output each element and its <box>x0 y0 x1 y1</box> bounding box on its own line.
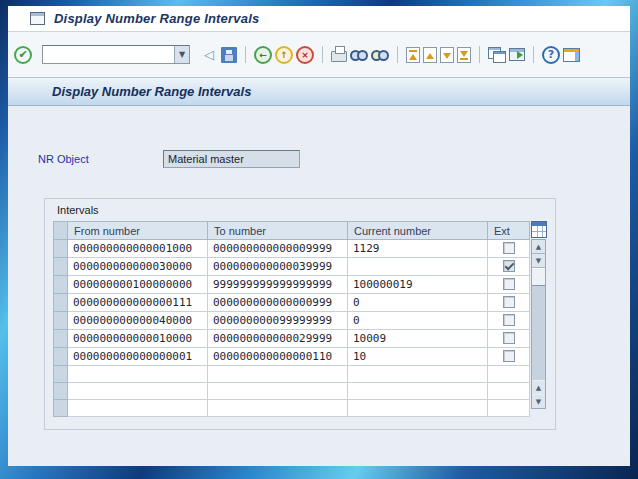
cell-to-number[interactable]: 000000000000039999 <box>208 258 348 276</box>
find-next-icon[interactable] <box>371 48 389 62</box>
ext-checkbox[interactable] <box>503 314 515 326</box>
ext-checkbox[interactable] <box>503 296 515 308</box>
interval-row: 0000000000000100000000000000000299991000… <box>54 330 530 348</box>
last-page-icon[interactable] <box>457 47 471 63</box>
print-icon[interactable] <box>331 51 347 62</box>
column-header-from-number[interactable]: From number <box>68 222 208 240</box>
cell-from-number[interactable]: 000000000100000000 <box>68 276 208 294</box>
scroll-track[interactable] <box>532 286 545 380</box>
cell-to-number[interactable]: 000000000000000110 <box>208 348 348 366</box>
scroll-down-icon[interactable]: ▼ <box>532 254 545 268</box>
new-session-icon[interactable] <box>488 47 506 63</box>
back-arrow-icon[interactable]: ← <box>254 46 272 64</box>
nr-object-value: Material master <box>168 153 244 165</box>
command-dropdown-icon[interactable]: ▼ <box>174 46 189 63</box>
customize-layout-icon[interactable] <box>563 48 580 62</box>
toolbar-separator <box>397 46 398 63</box>
cell-current-number[interactable] <box>348 383 488 400</box>
column-header-current-number[interactable]: Current number <box>348 222 488 240</box>
select-all-header[interactable] <box>54 222 68 240</box>
scroll-down-icon-bottom[interactable]: ▼ <box>532 394 545 408</box>
find-icon[interactable] <box>350 48 368 62</box>
nr-object-row: NR Object Material master <box>38 150 300 168</box>
row-selector[interactable] <box>54 348 68 366</box>
row-selector[interactable] <box>54 294 68 312</box>
cell-from-number[interactable] <box>68 383 208 400</box>
scroll-up-icon-bottom[interactable]: ▲ <box>532 380 545 394</box>
help-icon[interactable]: ? <box>542 46 560 64</box>
cell-current-number[interactable]: 10 <box>348 348 488 366</box>
cell-from-number[interactable] <box>68 366 208 383</box>
cell-ext <box>488 276 530 294</box>
page-up-icon[interactable] <box>423 47 437 63</box>
back-icon[interactable]: ◁ <box>200 46 218 64</box>
interval-row: 0000000000000001110000000000000009990 <box>54 294 530 312</box>
toolbar-separator <box>245 46 246 63</box>
system-menu-icon[interactable] <box>30 12 45 25</box>
toolbar-separator <box>533 46 534 63</box>
row-selector[interactable] <box>54 330 68 348</box>
row-selector[interactable] <box>54 366 68 383</box>
page-down-icon[interactable] <box>440 47 454 63</box>
vertical-scrollbar[interactable]: ▲ ▼ ▲ ▼ <box>531 239 546 409</box>
cell-to-number[interactable]: 999999999999999999 <box>208 276 348 294</box>
cell-from-number[interactable]: 000000000000010000 <box>68 330 208 348</box>
cell-current-number[interactable] <box>348 258 488 276</box>
cell-from-number[interactable] <box>68 400 208 417</box>
cell-current-number[interactable]: 100000019 <box>348 276 488 294</box>
column-header-ext[interactable]: Ext <box>488 222 530 240</box>
scroll-up-icon[interactable]: ▲ <box>532 240 545 254</box>
cell-ext <box>488 240 530 258</box>
cancel-icon[interactable]: × <box>296 46 314 64</box>
ext-checkbox[interactable] <box>503 350 515 362</box>
enter-icon[interactable]: ✔ <box>14 46 32 64</box>
cell-to-number[interactable] <box>208 366 348 383</box>
scroll-thumb[interactable] <box>532 268 545 286</box>
toolbar-separator <box>322 46 323 63</box>
screen-title: Display Number Range Intervals <box>52 84 251 99</box>
cell-from-number[interactable]: 000000000000000001 <box>68 348 208 366</box>
cell-from-number[interactable]: 000000000000001000 <box>68 240 208 258</box>
screen-title-bar: Display Number Range Intervals <box>8 78 630 106</box>
create-shortcut-icon[interactable] <box>509 48 525 61</box>
exit-icon[interactable]: ↑ <box>275 46 293 64</box>
cell-ext <box>488 400 530 417</box>
cell-to-number[interactable] <box>208 400 348 417</box>
cell-current-number[interactable]: 10009 <box>348 330 488 348</box>
cell-current-number[interactable] <box>348 400 488 417</box>
cell-from-number[interactable]: 000000000000030000 <box>68 258 208 276</box>
cell-current-number[interactable]: 1129 <box>348 240 488 258</box>
ext-checkbox[interactable] <box>503 332 515 344</box>
cell-ext <box>488 312 530 330</box>
ext-checkbox[interactable] <box>503 260 515 272</box>
cell-to-number[interactable] <box>208 383 348 400</box>
cell-ext <box>488 366 530 383</box>
column-header-to-number[interactable]: To number <box>208 222 348 240</box>
row-selector[interactable] <box>54 383 68 400</box>
cell-to-number[interactable]: 000000000000009999 <box>208 240 348 258</box>
row-selector[interactable] <box>54 400 68 417</box>
table-settings-icon[interactable] <box>531 221 547 238</box>
cell-to-number[interactable]: 000000000000029999 <box>208 330 348 348</box>
row-selector[interactable] <box>54 258 68 276</box>
command-input[interactable] <box>43 46 174 63</box>
nr-object-field[interactable]: Material master <box>163 150 300 168</box>
cell-from-number[interactable]: 000000000000000111 <box>68 294 208 312</box>
cell-current-number[interactable]: 0 <box>348 312 488 330</box>
intervals-group: Intervals From number To number Current … <box>44 198 556 430</box>
row-selector[interactable] <box>54 240 68 258</box>
ext-checkbox[interactable] <box>503 278 515 290</box>
first-page-icon[interactable] <box>406 47 420 63</box>
slide-frame: Display Number Range Intervals ✔ ▼ ◁ ← ↑… <box>0 0 638 479</box>
cell-to-number[interactable]: 000000000099999999 <box>208 312 348 330</box>
save-icon[interactable] <box>221 47 237 63</box>
cell-from-number[interactable]: 000000000000040000 <box>68 312 208 330</box>
row-selector[interactable] <box>54 276 68 294</box>
cell-to-number[interactable]: 000000000000000999 <box>208 294 348 312</box>
nr-object-label: NR Object <box>38 153 163 165</box>
row-selector[interactable] <box>54 312 68 330</box>
cell-current-number[interactable]: 0 <box>348 294 488 312</box>
cell-current-number[interactable] <box>348 366 488 383</box>
ext-checkbox[interactable] <box>503 242 515 254</box>
empty-row <box>54 400 530 417</box>
